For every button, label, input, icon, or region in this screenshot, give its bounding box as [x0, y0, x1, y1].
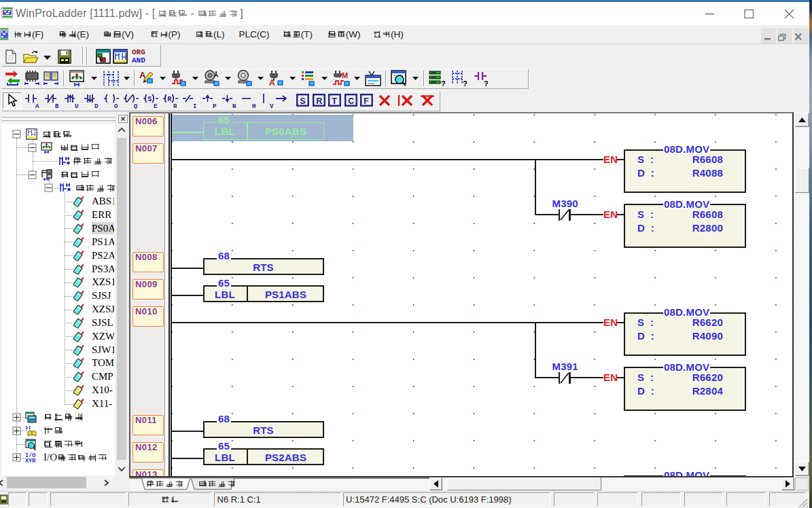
svg-text:R: R	[173, 103, 177, 109]
svg-text:?: ?	[484, 79, 489, 87]
svg-text:A: A	[269, 78, 275, 86]
svg-text:S: S	[300, 96, 305, 106]
svg-text:C: C	[348, 96, 354, 106]
svg-text:F: F	[364, 96, 369, 106]
svg-text:E: E	[154, 103, 158, 109]
svg-text:V: V	[270, 103, 274, 109]
svg-text:?: ?	[441, 79, 446, 87]
svg-text:U: U	[75, 103, 78, 109]
svg-text:D: D	[94, 103, 99, 109]
svg-text:Q: Q	[134, 103, 138, 109]
svg-text:XYR: XYR	[25, 458, 36, 463]
svg-text:A: A	[35, 103, 39, 109]
svg-text:?: ?	[463, 79, 467, 87]
svg-text:R: R	[167, 96, 171, 103]
svg-text:S: S	[147, 96, 152, 103]
svg-text:R: R	[316, 96, 322, 106]
svg-text:T: T	[332, 96, 337, 106]
svg-text:M: M	[342, 71, 348, 79]
svg-text:N: N	[232, 103, 236, 109]
svg-text:I: I	[193, 103, 196, 109]
svg-text:O: O	[114, 103, 118, 109]
svg-text:P: P	[213, 103, 217, 109]
svg-text:B: B	[55, 103, 59, 109]
svg-text:H: H	[252, 103, 255, 109]
